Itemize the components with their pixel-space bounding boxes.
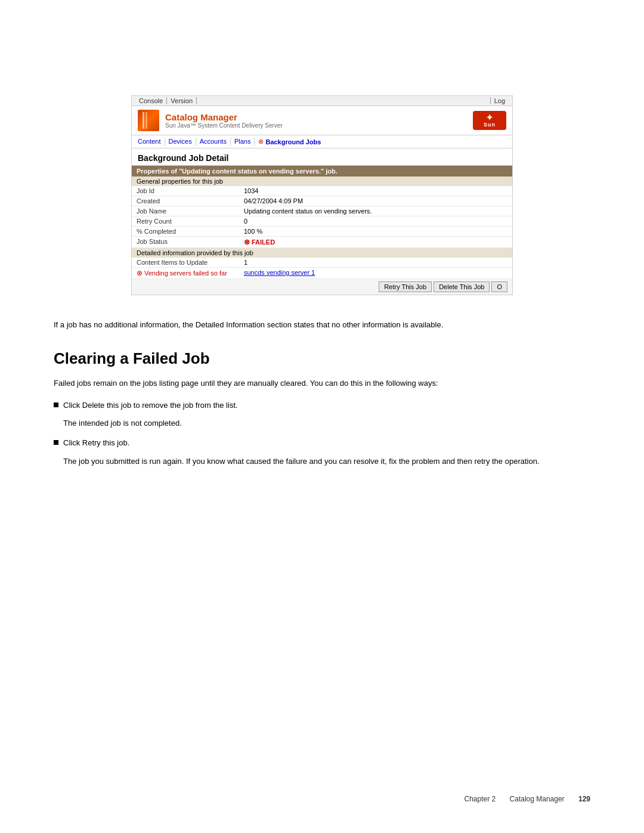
- app-logo-icon: [138, 110, 159, 131]
- vending-server-link[interactable]: suncds vending server 1: [244, 269, 315, 276]
- list-item: Click Delete this job to remove the job …: [54, 400, 590, 412]
- list-item: Click Retry this job.: [54, 437, 590, 450]
- label-job-status: Job Status: [132, 237, 239, 248]
- nav-plans[interactable]: Plans: [231, 138, 255, 145]
- bullet-icon: [54, 402, 58, 407]
- footer-chapter: Chapter 2: [465, 795, 496, 803]
- header-banner: Catalog Manager Sun Java™ System Content…: [132, 106, 512, 135]
- label-job-id: Job Id: [132, 186, 239, 196]
- other-button[interactable]: O: [491, 281, 507, 292]
- bullet-icon-2: [54, 440, 58, 445]
- table-row: % Completed 100 %: [132, 227, 512, 237]
- bullet-list-2: Click Retry this job.: [54, 437, 590, 450]
- sub-paragraph-1: The intended job is not completed.: [63, 417, 590, 430]
- top-nav-bar: Console Version Log: [132, 96, 512, 106]
- detailed-section-header: Detailed information provided by this jo…: [132, 248, 512, 258]
- label-vending-failed: ⊗ Vending servers failed so far: [132, 268, 239, 279]
- section-header-text: Properties of "Updating content status o…: [132, 166, 512, 176]
- value-content-items: 1: [239, 258, 512, 268]
- table-row: ⊗ Vending servers failed so far suncds v…: [132, 268, 512, 279]
- table-section-header: Properties of "Updating content status o…: [132, 166, 512, 176]
- footer-page-number: 129: [578, 795, 590, 803]
- value-job-status: ⊗ FAILED: [239, 237, 512, 248]
- buttons-cell: Retry This Job Delete This Job O: [132, 279, 512, 295]
- bullet-list: Click Delete this job to remove the job …: [54, 400, 590, 412]
- nav-console[interactable]: Console: [135, 97, 167, 104]
- page-footer: Chapter 2 Catalog Manager 129: [465, 795, 590, 803]
- app-title: Catalog Manager: [165, 112, 283, 122]
- value-created: 04/27/2004 4:09 PM: [239, 196, 512, 206]
- detailed-section-label: Detailed information provided by this jo…: [132, 248, 512, 258]
- general-section-header: General properties for this job: [132, 176, 512, 186]
- value-retry-count: 0: [239, 216, 512, 227]
- header-title-block: Catalog Manager Sun Java™ System Content…: [165, 112, 283, 129]
- footer-chapter-name: Catalog Manager: [510, 795, 565, 803]
- label-pct-completed: % Completed: [132, 227, 239, 237]
- retry-job-button[interactable]: Retry This Job: [379, 281, 432, 292]
- nav-log[interactable]: Log: [490, 97, 509, 104]
- nav-content[interactable]: Content: [138, 138, 165, 145]
- table-row: Retry Count 0: [132, 216, 512, 227]
- delete-job-button[interactable]: Delete This Job: [434, 281, 490, 292]
- label-content-items: Content Items to Update: [132, 258, 239, 268]
- label-job-name: Job Name: [132, 206, 239, 216]
- value-pct-completed: 100 %: [239, 227, 512, 237]
- value-vending-server: suncds vending server 1: [239, 268, 512, 279]
- table-row: Created 04/27/2004 4:09 PM: [132, 196, 512, 206]
- nav-version[interactable]: Version: [167, 97, 197, 104]
- detail-table: Properties of "Updating content status o…: [132, 166, 512, 295]
- page-title: Background Job Detail: [138, 153, 506, 163]
- body-paragraph-1: If a job has no additional information, …: [54, 319, 590, 332]
- app-subtitle: Sun Java™ System Content Delivery Server: [165, 122, 283, 129]
- screenshot-container: Console Version Log Catalog Manager Sun …: [131, 95, 513, 295]
- sun-rays-icon: ✦: [486, 113, 493, 122]
- label-created: Created: [132, 196, 239, 206]
- page-title-bar: Background Job Detail: [132, 148, 512, 166]
- main-nav: Content Devices Accounts Plans ⊗ Backgro…: [132, 135, 512, 148]
- table-buttons-row: Retry This Job Delete This Job O: [132, 279, 512, 295]
- label-retry-count: Retry Count: [132, 216, 239, 227]
- table-row: Job Id 1034: [132, 186, 512, 196]
- nav-background-jobs[interactable]: Background Jobs: [265, 138, 324, 145]
- document-body: If a job has no additional information, …: [54, 319, 590, 487]
- table-row: Content Items to Update 1: [132, 258, 512, 268]
- sun-logo: ✦ Sun: [473, 111, 506, 130]
- sub-paragraph-2: The job you submitted is run again. If y…: [63, 456, 590, 468]
- general-section-label: General properties for this job: [132, 176, 512, 186]
- nav-accounts[interactable]: Accounts: [196, 138, 231, 145]
- section-intro: Failed jobs remain on the jobs listing p…: [54, 377, 590, 390]
- bullet-text-2: Click Retry this job.: [63, 438, 129, 447]
- vending-error-icon: ⊗: [137, 269, 143, 277]
- value-job-name: Updating content status on vending serve…: [239, 206, 512, 216]
- bg-jobs-icon: ⊗: [258, 138, 264, 145]
- sun-logo-text: Sun: [484, 122, 496, 128]
- nav-devices[interactable]: Devices: [165, 138, 196, 145]
- section-heading: Clearing a Failed Job: [54, 349, 590, 368]
- table-row: Job Name Updating content status on vend…: [132, 206, 512, 216]
- table-row: Job Status ⊗ FAILED: [132, 237, 512, 248]
- bullet-text-1: Click Delete this job to remove the job …: [63, 401, 238, 410]
- vending-failed-text: Vending servers failed so far: [144, 270, 227, 277]
- value-job-id: 1034: [239, 186, 512, 196]
- failed-status-text: FAILED: [252, 239, 275, 246]
- failed-error-icon: ⊗: [244, 238, 250, 246]
